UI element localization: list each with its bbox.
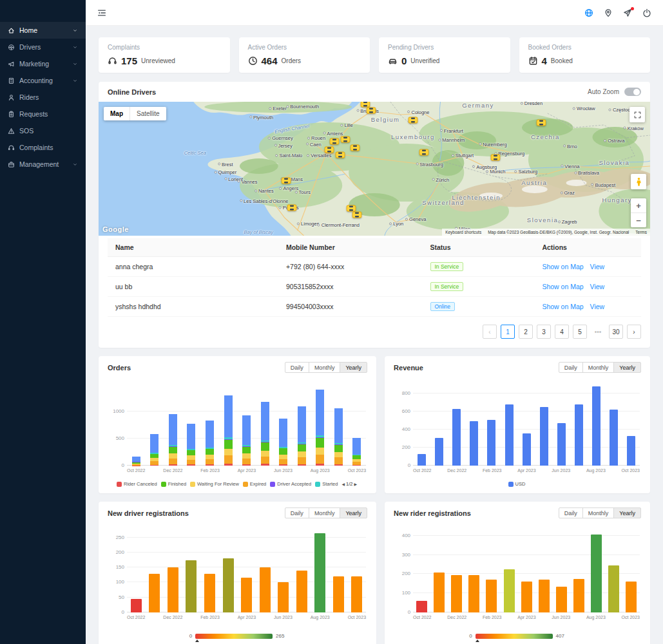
x-axis-tick: Jun 2023: [552, 615, 570, 623]
steering-icon: [8, 44, 15, 51]
taxi-marker[interactable]: [282, 175, 291, 187]
taxi-marker[interactable]: [351, 142, 360, 154]
page-ellipsis[interactable]: •••: [591, 325, 605, 339]
page-1-button[interactable]: 1: [501, 325, 515, 339]
taxi-marker[interactable]: [408, 115, 418, 126]
period-monthly-button[interactable]: Monthly: [309, 362, 341, 373]
period-monthly-button[interactable]: Monthly: [309, 507, 341, 518]
fullscreen-icon[interactable]: [629, 107, 645, 122]
bar-aug-2023: [591, 535, 602, 612]
x-axis-tick: Dec 2022: [447, 468, 466, 476]
legend-item-rider-canceled[interactable]: Rider Canceled: [117, 481, 157, 487]
drivers-map[interactable]: BelgiumGermanyLuxembourgCzechiaSlovakiaA…: [99, 102, 650, 236]
sidebar-item-sos[interactable]: SOS: [0, 122, 86, 139]
period-toggle: DailyMonthlyYearly: [559, 362, 641, 373]
legend-item-usd[interactable]: USD: [508, 481, 526, 487]
taxi-marker[interactable]: [341, 134, 351, 146]
legend-item-finished[interactable]: Finished: [161, 481, 186, 487]
x-axis-tick: [220, 615, 238, 623]
period-yearly-button[interactable]: Yearly: [340, 362, 367, 373]
bar-dec-2022: [452, 409, 461, 466]
stats-row: Complaints175UnreviewedActive Orders464O…: [99, 37, 650, 73]
page-5-button[interactable]: 5: [573, 325, 587, 339]
period-daily-button[interactable]: Daily: [559, 362, 583, 373]
taxi-marker[interactable]: [352, 209, 361, 221]
x-axis-tick: [220, 468, 238, 476]
terms-link[interactable]: Terms: [635, 230, 647, 234]
chart-legend: USD: [403, 481, 631, 487]
taxi-marker[interactable]: [366, 105, 376, 117]
legend-item-started[interactable]: Started: [315, 481, 338, 487]
bar-feb-2023: [204, 574, 215, 613]
sidebar-item-drivers[interactable]: Drivers: [0, 39, 86, 55]
megaphone-icon: [8, 61, 15, 68]
zoom-in-button[interactable]: +: [631, 198, 646, 213]
menu-fold-icon[interactable]: [97, 8, 106, 17]
chart-plot: 0100200300400: [413, 530, 640, 612]
period-monthly-button[interactable]: Monthly: [582, 507, 615, 518]
location-icon[interactable]: [604, 8, 613, 17]
auto-zoom-toggle[interactable]: [624, 88, 641, 96]
x-axis-tick: [606, 468, 622, 476]
logout-icon[interactable]: [642, 8, 651, 17]
bar-apr-2023: [521, 582, 532, 612]
show-on-map-link[interactable]: Show on Map: [542, 263, 583, 270]
bar-jun-2023: [279, 419, 287, 466]
taxi-marker[interactable]: [324, 144, 334, 156]
person-icon: [8, 94, 15, 101]
y-axis-tick: 0: [106, 609, 124, 615]
x-axis-tick: [145, 615, 163, 623]
legend-next-icon[interactable]: ▶: [354, 482, 357, 486]
view-link[interactable]: View: [590, 283, 605, 290]
period-daily-button[interactable]: Daily: [285, 362, 309, 373]
sidebar-item-label: Management: [19, 160, 59, 168]
sidebar-item-management[interactable]: Management: [0, 156, 86, 173]
taxi-marker[interactable]: [537, 117, 546, 129]
stat-card-pending-drivers: Pending Drivers0Unverified: [379, 37, 510, 73]
period-monthly-button[interactable]: Monthly: [582, 362, 615, 373]
legend-item-waiting-for-review[interactable]: Waiting For Review: [190, 481, 239, 487]
notifications-icon[interactable]: [623, 8, 632, 17]
period-daily-button[interactable]: Daily: [559, 507, 583, 518]
view-link[interactable]: View: [590, 303, 605, 310]
taxi-marker[interactable]: [491, 152, 501, 164]
show-on-map-link[interactable]: Show on Map: [542, 283, 583, 290]
keyboard-shortcuts-link[interactable]: Keyboard shortcuts: [445, 230, 481, 234]
sidebar-item-label: Requests: [19, 110, 48, 118]
taxi-marker[interactable]: [335, 149, 345, 161]
legend-prev-icon[interactable]: ◀: [341, 482, 345, 486]
y-axis-tick: 150: [106, 564, 124, 570]
bar-nov-2022: [435, 438, 443, 466]
page-3-button[interactable]: 3: [537, 325, 551, 339]
bar-mar-2023: [505, 404, 514, 466]
sidebar-item-marketing[interactable]: Marketing: [0, 55, 86, 72]
next-page-button[interactable]: ›: [627, 325, 641, 339]
page-2-button[interactable]: 2: [519, 325, 533, 339]
satellite-view-button[interactable]: Satellite: [130, 107, 166, 120]
page-4-button[interactable]: 4: [555, 325, 569, 339]
stat-value: 0: [401, 55, 407, 66]
period-yearly-button[interactable]: Yearly: [613, 507, 641, 518]
sidebar-item-riders[interactable]: Riders: [0, 89, 86, 106]
zoom-out-button[interactable]: −: [631, 213, 646, 227]
prev-page-button[interactable]: ‹: [483, 325, 497, 339]
pegman-icon[interactable]: [631, 174, 646, 189]
legend-item-expired[interactable]: Expired: [243, 481, 266, 487]
x-axis-tick: Apr 2023: [517, 615, 535, 623]
taxi-marker[interactable]: [287, 202, 296, 214]
view-link[interactable]: View: [590, 263, 605, 270]
sidebar-item-complaints[interactable]: Complaints: [0, 139, 86, 156]
period-yearly-button[interactable]: Yearly: [613, 362, 641, 373]
period-yearly-button[interactable]: Yearly: [340, 507, 367, 518]
sidebar-item-home[interactable]: Home: [0, 22, 86, 39]
taxi-marker[interactable]: [419, 147, 429, 158]
sidebar-item-requests[interactable]: Requests: [0, 106, 86, 122]
sidebar-item-label: Complaints: [19, 144, 53, 151]
page-30-button[interactable]: 30: [609, 325, 623, 339]
period-daily-button[interactable]: Daily: [285, 507, 309, 518]
legend-item-driver-accepted[interactable]: Driver Accepted: [270, 481, 311, 487]
sidebar-item-accounting[interactable]: Accounting: [0, 72, 86, 89]
language-globe-icon[interactable]: [584, 8, 593, 17]
map-view-button[interactable]: Map: [104, 107, 130, 120]
show-on-map-link[interactable]: Show on Map: [542, 303, 583, 310]
